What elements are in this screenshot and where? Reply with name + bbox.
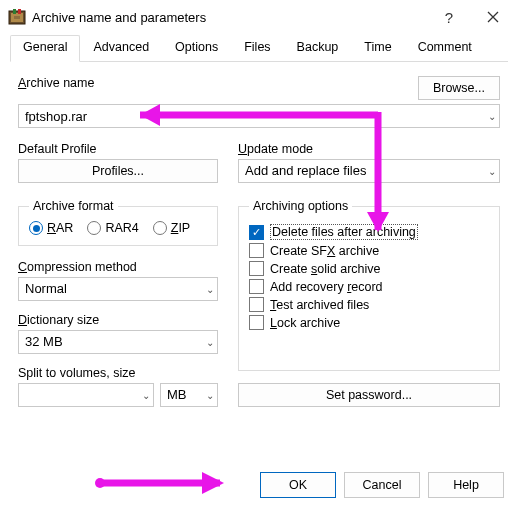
- tab-comment[interactable]: Comment: [405, 35, 485, 62]
- compression-combo[interactable]: Normal ⌄: [18, 277, 218, 301]
- dialog-window: Archive name and parameters ? General Ad…: [0, 0, 518, 508]
- chk-lock[interactable]: Lock archive: [249, 315, 489, 330]
- chk-test[interactable]: Test archived files: [249, 297, 489, 312]
- archive-format-legend: Archive format: [29, 199, 118, 213]
- checkbox-icon: [249, 243, 264, 258]
- tab-files[interactable]: Files: [231, 35, 283, 62]
- checkbox-icon: [249, 279, 264, 294]
- radio-rar4[interactable]: RAR4: [87, 221, 138, 235]
- split-size-combo[interactable]: ⌄: [18, 383, 154, 407]
- chk-sfx[interactable]: Create SFX archive: [249, 243, 489, 258]
- svg-marker-7: [202, 472, 224, 494]
- svg-rect-3: [18, 9, 21, 14]
- tab-backup[interactable]: Backup: [284, 35, 352, 62]
- dialog-footer: OK Cancel Help: [260, 472, 504, 498]
- ok-button[interactable]: OK: [260, 472, 336, 498]
- radio-zip[interactable]: ZIP: [153, 221, 190, 235]
- checkbox-icon: [249, 297, 264, 312]
- tab-strip: General Advanced Options Files Backup Ti…: [10, 34, 508, 62]
- svg-rect-2: [13, 9, 16, 14]
- tab-advanced[interactable]: Advanced: [80, 35, 162, 62]
- svg-rect-4: [14, 16, 20, 19]
- profiles-button[interactable]: Profiles...: [18, 159, 218, 183]
- radio-dot-icon: [87, 221, 101, 235]
- app-icon: [8, 8, 26, 26]
- set-password-button[interactable]: Set password...: [238, 383, 500, 407]
- close-button[interactable]: [472, 2, 514, 32]
- radio-dot-icon: [153, 221, 167, 235]
- tab-time[interactable]: Time: [351, 35, 404, 62]
- archive-name-label: Archive name: [18, 76, 94, 90]
- titlebar: Archive name and parameters ?: [0, 0, 518, 34]
- update-mode-combo[interactable]: Add and replace files ⌄: [238, 159, 500, 183]
- dictionary-label: Dictionary size: [18, 313, 218, 327]
- chk-recovery[interactable]: Add recovery record: [249, 279, 489, 294]
- cancel-button[interactable]: Cancel: [344, 472, 420, 498]
- help-title-button[interactable]: ?: [432, 2, 466, 32]
- default-profile-label: Default Profile: [18, 142, 218, 156]
- tab-options[interactable]: Options: [162, 35, 231, 62]
- window-title: Archive name and parameters: [32, 10, 426, 25]
- split-size-input[interactable]: [18, 383, 154, 407]
- checkbox-icon: ✓: [249, 225, 264, 240]
- archive-name-input[interactable]: [18, 104, 500, 128]
- tab-general[interactable]: General: [10, 35, 80, 62]
- radio-dot-icon: [29, 221, 43, 235]
- checkbox-icon: [249, 261, 264, 276]
- archive-format-fieldset: Archive format RAR RAR4 ZIP: [18, 199, 218, 246]
- archiving-options-legend: Archiving options: [249, 199, 352, 213]
- help-button[interactable]: Help: [428, 472, 504, 498]
- dictionary-combo[interactable]: 32 MB ⌄: [18, 330, 218, 354]
- chk-solid[interactable]: Create solid archive: [249, 261, 489, 276]
- checkbox-icon: [249, 315, 264, 330]
- chk-delete-files[interactable]: ✓Delete files after archiving: [249, 224, 489, 240]
- split-unit-combo[interactable]: MB ⌄: [160, 383, 218, 407]
- browse-button[interactable]: Browse...: [418, 76, 500, 100]
- svg-point-8: [95, 478, 105, 488]
- archiving-options-fieldset: Archiving options ✓Delete files after ar…: [238, 199, 500, 371]
- split-label: Split to volumes, size: [18, 366, 218, 380]
- radio-rar[interactable]: RAR: [29, 221, 73, 235]
- tab-panel-general: Archive name Browse... ⌄ Default Profile…: [0, 62, 518, 417]
- compression-label: Compression method: [18, 260, 218, 274]
- archive-name-combo[interactable]: ⌄: [18, 104, 500, 128]
- update-mode-label: Update mode: [238, 142, 500, 156]
